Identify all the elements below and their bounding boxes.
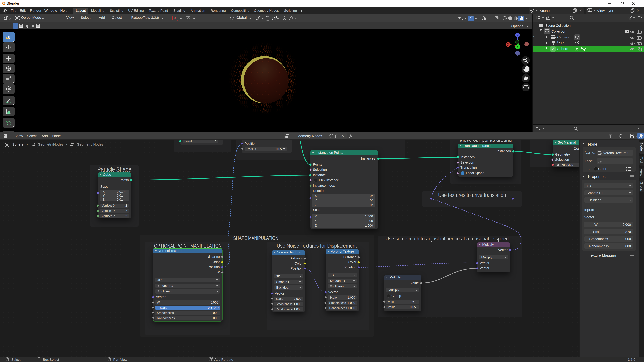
svg-text:X: X (507, 43, 509, 46)
svg-text:Z: Z (517, 33, 518, 37)
svg-text:Y: Y (517, 45, 519, 49)
